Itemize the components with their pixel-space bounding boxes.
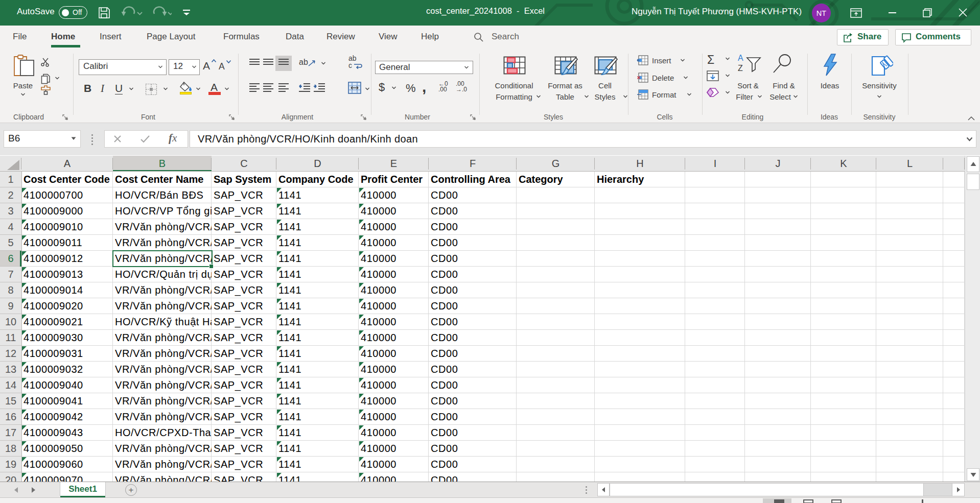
svg-text:Z: Z bbox=[738, 64, 743, 73]
svg-text:A: A bbox=[738, 54, 743, 62]
